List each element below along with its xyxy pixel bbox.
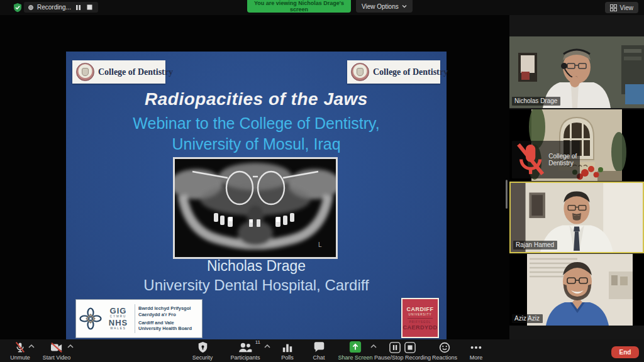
nhs-logo-divider [135, 304, 135, 333]
nhs-gig-text: GIG [105, 307, 131, 315]
pause-icon [75, 4, 81, 11]
more-button[interactable]: More [452, 341, 500, 361]
meeting-toolbar: Unmute Start Video [0, 339, 644, 362]
participant-name-label: College of Dentistry [512, 141, 580, 178]
video-options-chevron[interactable] [67, 343, 74, 349]
participants-button[interactable]: 11 Participants [221, 341, 269, 361]
nhs-wales-logo: GIG CYMRU NHS WALES Bwrdd Iechyd Prifysg… [75, 299, 203, 338]
unmute-label: Unmute [10, 354, 30, 361]
recording-dot-icon [28, 5, 33, 10]
share-screen-icon [349, 341, 362, 353]
camera-off-icon [50, 342, 64, 353]
shared-screen-stage: College of Dentistry College of Dentistr… [0, 15, 509, 339]
view-options-label: View Options [362, 3, 399, 10]
xray-graphic: L [175, 159, 336, 253]
panoramic-xray-image: L [173, 157, 338, 259]
slide-subtitle-line1: Webinar to the College of Dentistry, [66, 114, 447, 133]
stop-recording-icon [404, 342, 416, 353]
participants-label: Participants [230, 354, 260, 361]
college-of-dentistry-badge-left: College of Dentistry [72, 60, 165, 84]
presenter-affiliation: University Dental Hospital, Cardiff [66, 277, 447, 294]
xray-side-marker: L [318, 241, 322, 248]
recording-indicator: Recording... [24, 2, 98, 13]
participant-name: Nicholas Drage [514, 97, 557, 104]
meeting-topbar: Recording... You are viewing Nicholas Dr… [0, 0, 644, 15]
security-label: Security [192, 354, 213, 361]
cardiff-university-logo: CARDIFF UNIVERSITY PRIFYSGOL CAERDYDD [401, 298, 439, 338]
security-shield-icon [197, 341, 208, 353]
slide-title: Radiopacities of the Jaws [66, 89, 447, 109]
nhs-wordmark: GIG CYMRU NHS WALES [105, 307, 131, 331]
nhs-english-line1: Cardiff and Vale [138, 320, 192, 326]
nhs-welsh-line1: Bwrdd Iechyd Prifysgol [138, 305, 192, 312]
badge-left-label: College of Dentistry [98, 67, 173, 77]
video-tile-rajan-hamed[interactable]: Rajan Hamed [509, 182, 644, 253]
reactions-smiley-icon [439, 342, 450, 353]
end-meeting-button[interactable]: End [611, 346, 639, 358]
video-tile-aziz-aziz[interactable]: Aziz Aziz [509, 254, 644, 326]
video-tile-nicholas-drage[interactable]: Nicholas Drage [509, 36, 644, 108]
cardiff-cy-line2: CAERDYDD [402, 324, 437, 331]
participant-name-label: Aziz Aziz [512, 314, 543, 323]
more-ellipsis-icon [470, 342, 482, 353]
screen-share-banner: You are viewing Nicholas Drage's screen [247, 0, 351, 13]
participant-name: Aziz Aziz [514, 315, 540, 322]
view-button[interactable]: View [605, 2, 639, 13]
stop-recording-button[interactable] [86, 4, 94, 11]
nhs-celtic-knot-icon [79, 307, 102, 330]
presenter-name: Nicholas Drage [66, 258, 447, 275]
polls-bar-chart-icon [282, 342, 293, 353]
participant-name-label: Rajan Hamed [513, 241, 557, 250]
chevron-down-icon [402, 4, 407, 8]
participant-name: College of Dentistry [548, 153, 577, 167]
participant-name: Rajan Hamed [516, 241, 554, 248]
nhs-english-line2: University Health Board [138, 326, 192, 332]
slide-subtitle-line2: University of Mosul, Iraq [66, 135, 447, 153]
view-button-label: View [620, 4, 634, 11]
health-board-name: Bwrdd Iechyd Prifysgol Caerdydd a'r Fro … [138, 305, 192, 332]
participants-count: 11 [255, 339, 260, 345]
badge-right-label: College of Dentistry [373, 67, 448, 77]
participants-icon [238, 342, 253, 353]
polls-label: Polls [281, 354, 294, 361]
more-label: More [470, 354, 483, 361]
college-of-dentistry-badge-right: College of Dentistry [347, 60, 440, 84]
cardiff-en-line2: UNIVERSITY [408, 313, 431, 316]
stop-icon [87, 4, 92, 10]
panel-scrollbar[interactable] [506, 180, 508, 209]
pause-recording-button[interactable] [75, 4, 82, 11]
college-crest-icon [351, 63, 369, 81]
nhs-nhs-text: NHS [105, 319, 131, 327]
security-button[interactable]: Security [179, 341, 226, 361]
cardiff-cy-line1: PRIFYSGOL [409, 321, 431, 324]
muted-mic-icon [514, 141, 547, 177]
cardiff-logo-divider [408, 318, 432, 319]
start-video-label: Start Video [43, 354, 70, 361]
zoom-meeting-window: Recording... You are viewing Nicholas Dr… [0, 0, 644, 362]
view-options-button[interactable]: View Options [356, 0, 413, 13]
encryption-shield-icon [13, 3, 23, 13]
cardiff-en-line1: CARDIFF [407, 306, 434, 312]
chat-label: Chat [313, 354, 325, 361]
chat-bubble-icon [313, 342, 325, 353]
recording-label: Recording... [37, 4, 71, 11]
mic-muted-icon [14, 341, 26, 353]
presentation-slide: College of Dentistry College of Dentistr… [66, 52, 447, 341]
participant-name-label: Nicholas Drage [512, 97, 560, 106]
video-tile-college-of-dentistry[interactable]: College of Dentistry [509, 109, 644, 181]
college-crest-icon [76, 63, 94, 81]
nhs-welsh-line2: Caerdydd a'r Fro [138, 312, 192, 318]
grid-view-icon [610, 4, 617, 11]
pause-recording-icon [389, 342, 401, 353]
nhs-wales-text: WALES [105, 327, 131, 331]
